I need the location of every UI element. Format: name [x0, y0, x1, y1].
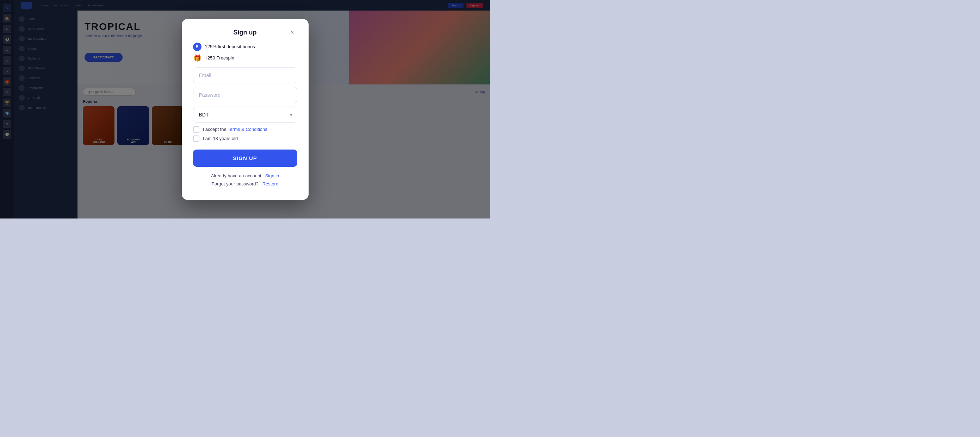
already-account-text: Already have an account [211, 173, 261, 178]
currency-select[interactable]: BDT USD EUR GBP [193, 107, 298, 123]
currency-field-group: BDT USD EUR GBP ▾ [193, 107, 298, 123]
age-label: I am 18 years old [203, 136, 238, 141]
signup-modal: Sign up × B 125% first deposit bonus 🎁 +… [182, 19, 309, 200]
bonus-freespin-icon: 🎁 [193, 54, 202, 62]
forgot-password-text: Forgot your password? [212, 181, 259, 187]
forgot-password-row: Forgot your password? Restore [193, 181, 298, 187]
email-field-group [193, 67, 298, 83]
signup-button[interactable]: SIGN UP [193, 150, 298, 167]
bonus-deposit-row: B 125% first deposit bonus [193, 43, 298, 51]
modal-footer: Already have an account Sign in Forgot y… [193, 173, 298, 187]
sign-in-link[interactable]: Sign in [265, 173, 279, 178]
password-input[interactable] [193, 87, 298, 103]
age-checkbox-row: I am 18 years old [193, 135, 298, 142]
terms-link[interactable]: Terms & Conditions [228, 127, 267, 132]
already-account-row: Already have an account Sign in [193, 173, 298, 178]
terms-checkbox[interactable] [193, 126, 199, 133]
modal-title: Sign up [234, 29, 257, 36]
modal-header: Sign up × [193, 29, 298, 36]
bonus-deposit-text: 125% first deposit bonus [205, 44, 255, 49]
bonus-freespin-text: +250 Freespin [205, 55, 234, 60]
bonus-deposit-icon: B [193, 43, 202, 51]
age-checkbox[interactable] [193, 135, 199, 142]
bonus-freespin-row: 🎁 +250 Freespin [193, 54, 298, 62]
password-field-group [193, 87, 298, 103]
email-input[interactable] [193, 67, 298, 83]
terms-checkbox-row: I accept the Terms & Conditions [193, 126, 298, 133]
restore-link[interactable]: Restore [262, 181, 278, 187]
modal-close-button[interactable]: × [288, 27, 298, 37]
terms-label: I accept the Terms & Conditions [203, 127, 267, 132]
